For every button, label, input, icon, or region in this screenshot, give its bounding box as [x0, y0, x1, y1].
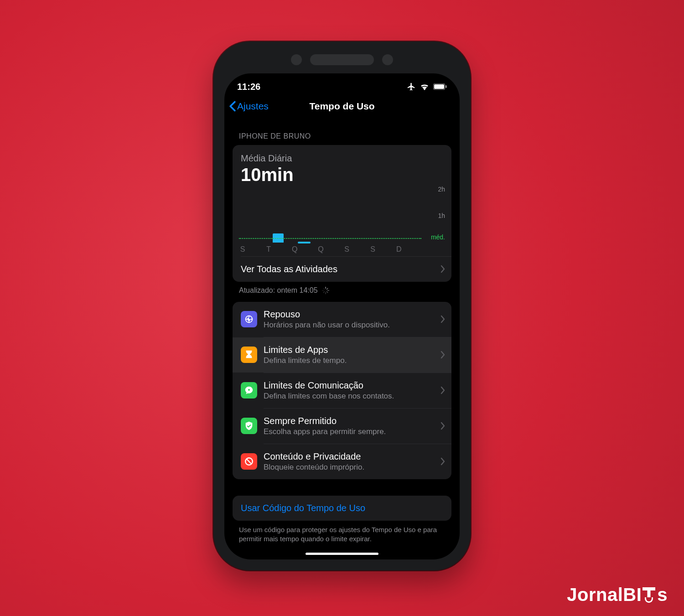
- chart-xtick: D: [396, 245, 402, 254]
- option-sub: Escolha apps para permitir sempre.: [264, 427, 434, 436]
- svg-line-6: [326, 291, 327, 292]
- see-all-label: Ver Todas as Atividades: [241, 264, 434, 274]
- option-row[interactable]: Conteúdo e PrivacidadeBloqueie conteúdo …: [233, 444, 451, 479]
- chart-average-line: [239, 238, 421, 239]
- use-passcode-label: Usar Código do Tempo de Uso: [241, 503, 445, 513]
- chevron-right-icon: [440, 265, 445, 273]
- moon-icon: [241, 311, 257, 327]
- option-row[interactable]: Limites de AppsDefina limites de tempo.: [233, 337, 451, 373]
- back-button[interactable]: Ajustes: [229, 101, 269, 112]
- see-all-activities-row[interactable]: Ver Todas as Atividades: [233, 257, 451, 282]
- svg-line-14: [247, 459, 252, 464]
- option-sub: Defina limites de tempo.: [264, 356, 434, 365]
- option-title: Limites de Comunicação: [264, 380, 434, 391]
- updated-caption: Atualizado: ontem 14:05: [239, 286, 451, 295]
- chart-bar: [298, 242, 311, 243]
- home-indicator[interactable]: [306, 553, 378, 555]
- chevron-right-icon: [440, 351, 445, 359]
- chart-xtick: S: [240, 245, 245, 254]
- status-time: 11:26: [237, 82, 260, 92]
- chevron-right-icon: [440, 457, 445, 466]
- chevron-right-icon: [440, 422, 445, 430]
- chart-xtick: Q: [292, 245, 297, 254]
- daily-average-chart: 2h1hSTQQSSDméd.: [239, 190, 445, 254]
- svg-line-10: [323, 288, 324, 289]
- chart-xtick: S: [344, 245, 349, 254]
- bubble-icon: [241, 382, 257, 399]
- nav-bar: Ajustes Tempo de Uso: [224, 95, 460, 118]
- airplane-icon: [407, 82, 416, 91]
- phone-frame: 11:26 Ajustes Tempo de Uso IPHONE DE BRU…: [213, 41, 471, 570]
- option-row[interactable]: Sempre PermitidoEscolha apps para permit…: [233, 409, 451, 444]
- passcode-footer-note: Use um código para proteger os ajustes d…: [239, 525, 445, 544]
- svg-rect-1: [434, 84, 444, 89]
- use-passcode-row[interactable]: Usar Código do Tempo de Uso: [233, 496, 451, 521]
- section-header: IPHONE DE BRUNO: [239, 132, 451, 140]
- chart-ytick: 1h: [438, 212, 445, 219]
- chart-xtick: S: [370, 245, 375, 254]
- summary-card: Média Diária 10min 2h1hSTQQSSDméd. Ver T…: [233, 145, 451, 282]
- chart-ytick: 2h: [438, 186, 445, 193]
- summary-value: 10min: [241, 165, 443, 185]
- chart-xtick: Q: [318, 245, 323, 254]
- option-sub: Defina limites com base nos contatos.: [264, 392, 434, 401]
- phone-speaker: [291, 54, 393, 65]
- hourglass-icon: [241, 347, 257, 363]
- chevron-right-icon: [440, 315, 445, 323]
- chevron-left-icon: [229, 101, 236, 112]
- page-title: Tempo de Uso: [309, 101, 374, 112]
- wifi-icon: [420, 83, 430, 90]
- option-title: Conteúdo e Privacidade: [264, 451, 434, 462]
- chart-xtick: T: [266, 245, 271, 254]
- option-title: Repouso: [264, 309, 434, 320]
- check-icon: [241, 418, 257, 434]
- passcode-card: Usar Código do Tempo de Uso: [233, 496, 451, 521]
- summary-label: Média Diária: [241, 153, 443, 164]
- svg-rect-2: [446, 85, 447, 88]
- option-sub: Horários para não usar o dispositivo.: [264, 321, 434, 330]
- screen: 11:26 Ajustes Tempo de Uso IPHONE DE BRU…: [224, 73, 460, 559]
- chart-average-label: méd.: [431, 233, 445, 241]
- svg-point-12: [248, 389, 250, 391]
- option-title: Limites de Apps: [264, 345, 434, 355]
- svg-line-8: [323, 291, 324, 292]
- chevron-right-icon: [440, 386, 445, 394]
- status-icons: [407, 82, 447, 91]
- spinner-icon: [321, 286, 330, 295]
- brand-logo: JornalBIs: [567, 585, 668, 605]
- nosign-icon: [241, 453, 257, 470]
- back-label: Ajustes: [237, 101, 269, 112]
- status-bar: 11:26: [224, 73, 460, 95]
- options-list: RepousoHorários para não usar o disposit…: [233, 302, 451, 479]
- option-row[interactable]: Limites de ComunicaçãoDefina limites com…: [233, 373, 451, 408]
- option-row[interactable]: RepousoHorários para não usar o disposit…: [233, 302, 451, 337]
- option-sub: Bloqueie conteúdo impróprio.: [264, 463, 434, 472]
- option-title: Sempre Permitido: [264, 416, 434, 426]
- svg-line-4: [326, 288, 327, 289]
- battery-icon: [433, 83, 447, 90]
